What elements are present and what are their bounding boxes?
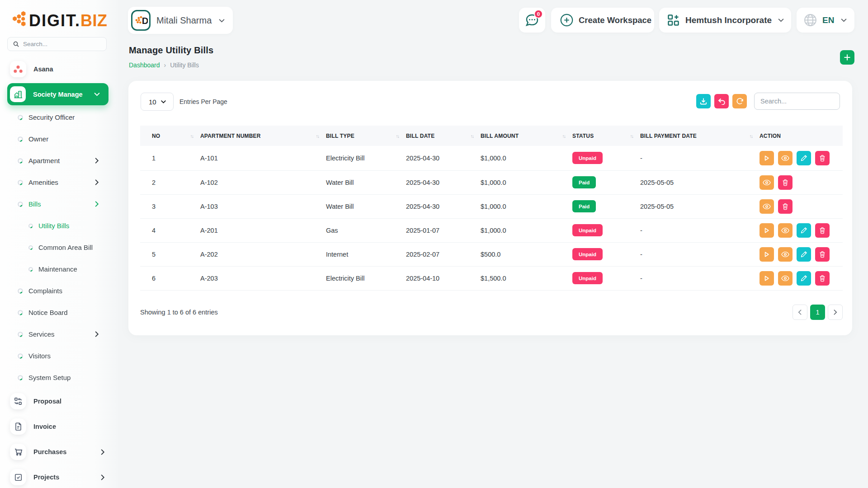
svg-text:D: D: [142, 15, 148, 26]
